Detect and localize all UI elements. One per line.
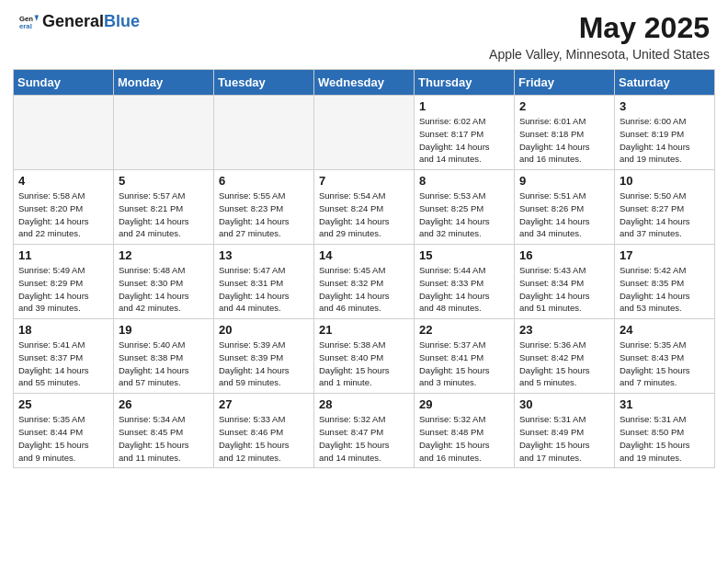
day-cell: 17Sunrise: 5:42 AMSunset: 8:35 PMDayligh…	[615, 245, 715, 319]
week-row-2: 4Sunrise: 5:58 AMSunset: 8:20 PMDaylight…	[14, 170, 715, 245]
day-number: 6	[219, 174, 309, 188]
day-number: 3	[620, 99, 710, 113]
weekday-header-wednesday: Wednesday	[314, 70, 415, 96]
day-info: Sunrise: 5:40 AMSunset: 8:38 PMDaylight:…	[119, 339, 209, 389]
day-info: Sunrise: 5:33 AMSunset: 8:46 PMDaylight:…	[219, 413, 309, 464]
day-info: Sunrise: 5:54 AMSunset: 8:24 PMDaylight:…	[319, 190, 409, 240]
day-info: Sunrise: 5:31 AMSunset: 8:49 PMDaylight:…	[519, 413, 609, 464]
week-row-5: 25Sunrise: 5:35 AMSunset: 8:44 PMDayligh…	[14, 394, 715, 468]
day-info: Sunrise: 5:45 AMSunset: 8:32 PMDaylight:…	[319, 264, 409, 315]
svg-marker-2	[35, 15, 39, 21]
day-cell: 6Sunrise: 5:55 AMSunset: 8:23 PMDaylight…	[214, 170, 314, 245]
day-info: Sunrise: 5:53 AMSunset: 8:25 PMDaylight:…	[419, 190, 509, 240]
svg-text:eral: eral	[19, 22, 32, 30]
logo: Gen eral GeneralBlue	[18, 11, 140, 31]
calendar-table: SundayMondayTuesdayWednesdayThursdayFrid…	[13, 69, 715, 468]
day-info: Sunrise: 5:51 AMSunset: 8:26 PMDaylight:…	[519, 190, 609, 240]
day-cell: 28Sunrise: 5:32 AMSunset: 8:47 PMDayligh…	[314, 394, 415, 468]
day-number: 16	[519, 248, 609, 262]
day-info: Sunrise: 6:02 AMSunset: 8:17 PMDaylight:…	[419, 115, 509, 166]
day-cell: 9Sunrise: 5:51 AMSunset: 8:26 PMDaylight…	[515, 170, 615, 245]
weekday-header-saturday: Saturday	[615, 70, 715, 96]
day-info: Sunrise: 5:57 AMSunset: 8:21 PMDaylight:…	[119, 190, 209, 240]
day-cell: 3Sunrise: 6:00 AMSunset: 8:19 PMDaylight…	[615, 96, 715, 170]
day-number: 31	[620, 397, 710, 411]
weekday-header-friday: Friday	[515, 70, 615, 96]
day-cell: 11Sunrise: 5:49 AMSunset: 8:29 PMDayligh…	[14, 245, 114, 319]
day-number: 25	[18, 397, 108, 411]
day-cell: 18Sunrise: 5:41 AMSunset: 8:37 PMDayligh…	[14, 319, 114, 394]
weekday-header-sunday: Sunday	[14, 70, 114, 96]
day-info: Sunrise: 5:42 AMSunset: 8:35 PMDaylight:…	[620, 264, 710, 315]
day-info: Sunrise: 5:44 AMSunset: 8:33 PMDaylight:…	[419, 264, 509, 315]
day-cell: 29Sunrise: 5:32 AMSunset: 8:48 PMDayligh…	[415, 394, 515, 468]
day-number: 21	[319, 323, 409, 337]
week-row-1: 1Sunrise: 6:02 AMSunset: 8:17 PMDaylight…	[14, 96, 715, 170]
day-number: 26	[119, 397, 209, 411]
day-cell: 10Sunrise: 5:50 AMSunset: 8:27 PMDayligh…	[615, 170, 715, 245]
day-cell: 31Sunrise: 5:31 AMSunset: 8:50 PMDayligh…	[615, 394, 715, 468]
day-cell: 30Sunrise: 5:31 AMSunset: 8:49 PMDayligh…	[515, 394, 615, 468]
day-number: 17	[620, 248, 710, 262]
day-info: Sunrise: 5:49 AMSunset: 8:29 PMDaylight:…	[18, 264, 108, 315]
day-number: 9	[519, 174, 609, 188]
day-cell	[214, 96, 314, 170]
day-info: Sunrise: 5:36 AMSunset: 8:42 PMDaylight:…	[519, 339, 609, 389]
day-cell: 21Sunrise: 5:38 AMSunset: 8:40 PMDayligh…	[314, 319, 415, 394]
day-number: 12	[119, 248, 209, 262]
day-number: 29	[419, 397, 509, 411]
page-header: Gen eral GeneralBlue May 2025 Apple Vall…	[0, 0, 728, 69]
title-block: May 2025 Apple Valley, Minnesota, United…	[489, 11, 710, 62]
day-number: 7	[319, 174, 409, 188]
day-info: Sunrise: 5:32 AMSunset: 8:48 PMDaylight:…	[419, 413, 509, 464]
day-cell: 19Sunrise: 5:40 AMSunset: 8:38 PMDayligh…	[114, 319, 214, 394]
day-info: Sunrise: 5:31 AMSunset: 8:50 PMDaylight:…	[620, 413, 710, 464]
day-number: 1	[419, 99, 509, 113]
logo-icon: Gen eral	[18, 11, 39, 31]
day-cell	[314, 96, 415, 170]
month-year-title: May 2025	[489, 11, 710, 45]
day-number: 13	[219, 248, 309, 262]
day-info: Sunrise: 6:01 AMSunset: 8:18 PMDaylight:…	[519, 115, 609, 166]
day-cell	[14, 96, 114, 170]
logo-blue-text: Blue	[104, 12, 140, 30]
day-info: Sunrise: 5:32 AMSunset: 8:47 PMDaylight:…	[319, 413, 409, 464]
day-cell: 1Sunrise: 6:02 AMSunset: 8:17 PMDaylight…	[415, 96, 515, 170]
day-info: Sunrise: 5:41 AMSunset: 8:37 PMDaylight:…	[18, 339, 108, 389]
day-info: Sunrise: 5:38 AMSunset: 8:40 PMDaylight:…	[319, 339, 409, 389]
day-cell: 7Sunrise: 5:54 AMSunset: 8:24 PMDaylight…	[314, 170, 415, 245]
day-cell: 16Sunrise: 5:43 AMSunset: 8:34 PMDayligh…	[515, 245, 615, 319]
day-info: Sunrise: 5:34 AMSunset: 8:45 PMDaylight:…	[119, 413, 209, 464]
day-cell: 23Sunrise: 5:36 AMSunset: 8:42 PMDayligh…	[515, 319, 615, 394]
day-info: Sunrise: 5:55 AMSunset: 8:23 PMDaylight:…	[219, 190, 309, 240]
day-number: 5	[119, 174, 209, 188]
day-number: 27	[219, 397, 309, 411]
day-info: Sunrise: 5:50 AMSunset: 8:27 PMDaylight:…	[620, 190, 710, 240]
day-info: Sunrise: 5:39 AMSunset: 8:39 PMDaylight:…	[219, 339, 309, 389]
day-info: Sunrise: 5:43 AMSunset: 8:34 PMDaylight:…	[519, 264, 609, 315]
day-cell: 4Sunrise: 5:58 AMSunset: 8:20 PMDaylight…	[14, 170, 114, 245]
weekday-header-row: SundayMondayTuesdayWednesdayThursdayFrid…	[14, 70, 715, 96]
day-info: Sunrise: 5:35 AMSunset: 8:44 PMDaylight:…	[18, 413, 108, 464]
weekday-header-thursday: Thursday	[415, 70, 515, 96]
day-number: 11	[18, 248, 108, 262]
day-number: 4	[18, 174, 108, 188]
location-subtitle: Apple Valley, Minnesota, United States	[489, 47, 710, 62]
day-cell: 27Sunrise: 5:33 AMSunset: 8:46 PMDayligh…	[214, 394, 314, 468]
day-cell: 8Sunrise: 5:53 AMSunset: 8:25 PMDaylight…	[415, 170, 515, 245]
day-cell	[114, 96, 214, 170]
week-row-3: 11Sunrise: 5:49 AMSunset: 8:29 PMDayligh…	[14, 245, 715, 319]
day-info: Sunrise: 6:00 AMSunset: 8:19 PMDaylight:…	[620, 115, 710, 166]
day-number: 8	[419, 174, 509, 188]
day-number: 14	[319, 248, 409, 262]
logo-general-text: General	[42, 12, 104, 30]
calendar-wrapper: SundayMondayTuesdayWednesdayThursdayFrid…	[0, 69, 728, 481]
weekday-header-monday: Monday	[114, 70, 214, 96]
day-cell: 13Sunrise: 5:47 AMSunset: 8:31 PMDayligh…	[214, 245, 314, 319]
day-cell: 24Sunrise: 5:35 AMSunset: 8:43 PMDayligh…	[615, 319, 715, 394]
day-number: 15	[419, 248, 509, 262]
day-cell: 25Sunrise: 5:35 AMSunset: 8:44 PMDayligh…	[14, 394, 114, 468]
day-cell: 26Sunrise: 5:34 AMSunset: 8:45 PMDayligh…	[114, 394, 214, 468]
day-number: 2	[519, 99, 609, 113]
day-cell: 5Sunrise: 5:57 AMSunset: 8:21 PMDaylight…	[114, 170, 214, 245]
